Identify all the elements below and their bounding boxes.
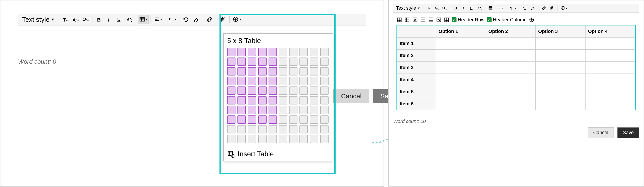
grid-cell[interactable]	[248, 67, 256, 76]
grid-cell[interactable]	[248, 48, 256, 56]
add-row-above-button[interactable]	[396, 17, 402, 23]
grid-cell[interactable]	[310, 106, 318, 114]
erase-button[interactable]	[529, 5, 536, 12]
grid-cell[interactable]	[268, 106, 277, 114]
table-cell[interactable]	[536, 98, 585, 110]
table-cell[interactable]	[436, 50, 486, 62]
table-cell[interactable]	[585, 50, 636, 62]
grid-cell[interactable]	[279, 115, 287, 124]
grid-cell[interactable]	[300, 67, 308, 76]
inline-format-button[interactable]: ▾	[81, 15, 90, 24]
underline-button[interactable]: U	[114, 15, 124, 24]
bold-button[interactable]: B	[94, 15, 104, 24]
add-col-button[interactable]	[404, 17, 410, 23]
grid-cell[interactable]	[248, 106, 256, 114]
table-cell[interactable]	[486, 62, 535, 74]
grid-cell[interactable]	[310, 58, 318, 66]
grid-cell[interactable]	[238, 67, 246, 76]
grid-cell[interactable]	[227, 77, 236, 85]
table-cell[interactable]	[486, 50, 535, 62]
grid-cell[interactable]	[268, 96, 277, 104]
grid-cell[interactable]	[300, 125, 308, 133]
grid-cell[interactable]	[310, 135, 318, 143]
grid-cell[interactable]	[227, 125, 236, 133]
delete-row-button[interactable]	[436, 17, 442, 23]
more-button[interactable]: ▾	[559, 5, 569, 12]
table-row-header[interactable]: Item 6	[397, 98, 436, 110]
table-cell[interactable]	[436, 62, 486, 74]
table-cell[interactable]	[436, 98, 486, 110]
cancel-button[interactable]: Cancel	[334, 89, 369, 103]
font-size-button[interactable]: AA▾	[71, 15, 80, 24]
clear-format-button[interactable]: A▾	[124, 15, 134, 24]
table-cell[interactable]	[486, 74, 535, 86]
link-button[interactable]	[540, 5, 548, 12]
table-cell[interactable]	[486, 98, 535, 110]
grid-cell[interactable]	[248, 86, 256, 95]
table-header-cell[interactable]: Option 4	[585, 25, 636, 38]
insert-table-button[interactable]: Insert Table	[227, 147, 329, 158]
grid-cell[interactable]	[238, 77, 246, 85]
table-cell[interactable]	[536, 50, 585, 62]
grid-cell[interactable]	[258, 67, 266, 76]
grid-cell[interactable]	[248, 125, 256, 133]
table-row-header[interactable]: Item 4	[397, 74, 436, 86]
attach-button[interactable]	[548, 5, 556, 12]
grid-cell[interactable]	[300, 48, 308, 56]
grid-cell[interactable]	[238, 106, 246, 114]
table-cell[interactable]	[436, 86, 486, 98]
table-row-header[interactable]: Item 5	[397, 86, 436, 98]
grid-cell[interactable]	[279, 125, 287, 133]
grid-cell[interactable]	[289, 125, 298, 133]
text-style-dropdown[interactable]: Text style ▼	[395, 5, 422, 11]
insert-row-button[interactable]	[420, 17, 426, 23]
undo-button[interactable]	[181, 15, 191, 24]
table-header-cell[interactable]	[397, 25, 436, 38]
table-cell[interactable]	[536, 38, 585, 50]
save-button[interactable]: Save	[617, 127, 639, 138]
undo-button[interactable]	[521, 5, 528, 12]
grid-cell[interactable]	[289, 48, 298, 56]
grid-cell[interactable]	[300, 58, 308, 66]
italic-button[interactable]: I	[104, 15, 114, 24]
table-header-cell[interactable]: Option 2	[486, 25, 535, 38]
grid-cell[interactable]	[300, 115, 308, 124]
grid-cell[interactable]	[258, 48, 266, 56]
table-button[interactable]: ▾	[138, 15, 148, 24]
link-button[interactable]	[204, 15, 214, 24]
grid-cell[interactable]	[310, 67, 318, 76]
grid-cell[interactable]	[238, 135, 246, 143]
grid-cell[interactable]	[300, 77, 308, 85]
editor-body[interactable]: ✓ Header Row ✓ Header Column Option 1Opt…	[393, 12, 639, 117]
cancel-button[interactable]: Cancel	[588, 127, 614, 138]
table-row-header[interactable]: Item 1	[397, 38, 436, 50]
table-header-cell[interactable]: Option 1	[436, 25, 486, 38]
grid-cell[interactable]	[279, 86, 287, 95]
erase-button[interactable]	[191, 15, 201, 24]
grid-cell[interactable]	[300, 106, 308, 114]
grid-cell[interactable]	[289, 67, 298, 76]
table-cell[interactable]	[585, 38, 636, 50]
grid-cell[interactable]	[310, 115, 318, 124]
grid-cell[interactable]	[248, 77, 256, 85]
grid-cell[interactable]	[227, 67, 236, 76]
grid-cell[interactable]	[320, 96, 328, 104]
inserted-table[interactable]: Option 1Option 2Option 3Option 4Item 1It…	[396, 25, 636, 110]
align-button[interactable]: ▾	[495, 5, 504, 12]
grid-cell[interactable]	[268, 135, 277, 143]
grid-cell[interactable]	[227, 96, 236, 104]
grid-cell[interactable]	[258, 106, 266, 114]
header-row-checkbox[interactable]: ✓ Header Row	[452, 17, 484, 23]
grid-cell[interactable]	[320, 135, 328, 143]
clear-format-button[interactable]: A▾	[476, 5, 483, 12]
grid-cell[interactable]	[279, 67, 287, 76]
grid-cell[interactable]	[320, 125, 328, 133]
grid-cell[interactable]	[320, 48, 328, 56]
grid-cell[interactable]	[300, 96, 308, 104]
grid-cell[interactable]	[268, 125, 277, 133]
italic-button[interactable]: I	[460, 5, 468, 12]
grid-cell[interactable]	[268, 115, 277, 124]
grid-cell[interactable]	[248, 96, 256, 104]
grid-cell[interactable]	[310, 86, 318, 95]
grid-cell[interactable]	[238, 125, 246, 133]
